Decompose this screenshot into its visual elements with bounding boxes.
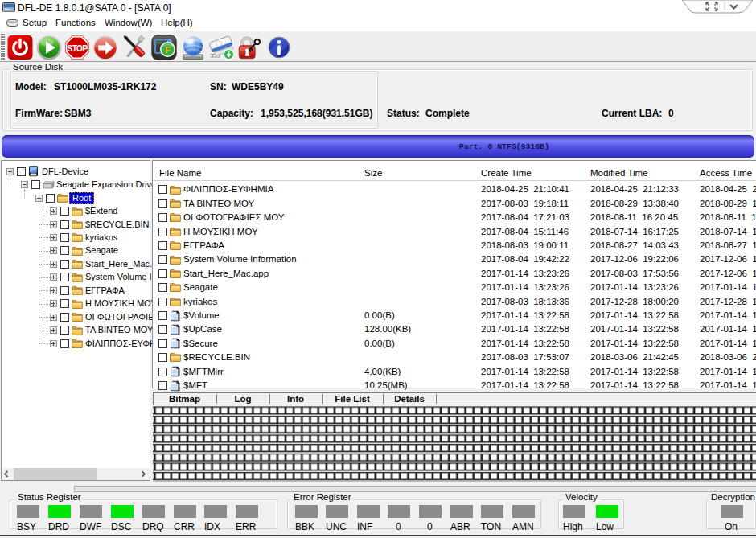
svg-text:STOP: STOP — [67, 44, 88, 53]
svg-text:F: F — [165, 45, 171, 55]
